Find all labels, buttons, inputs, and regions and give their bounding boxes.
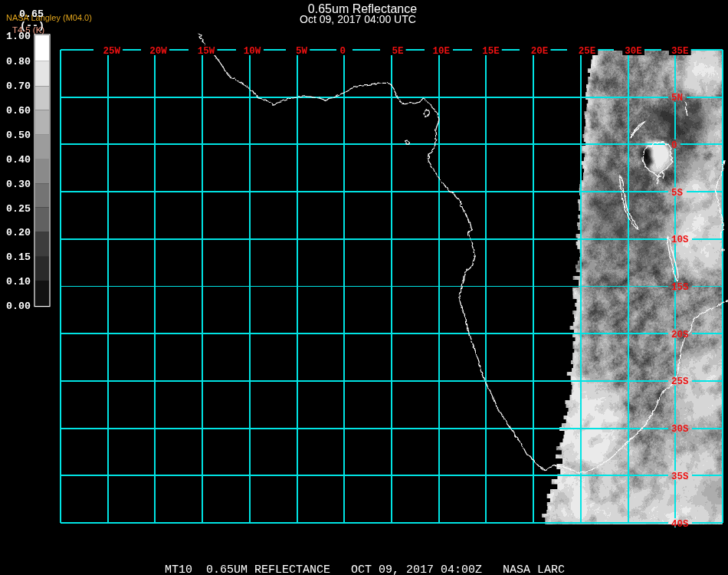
svg-text:1.00: 1.00 [6, 31, 31, 42]
svg-text:5N: 5N [671, 93, 683, 104]
svg-text:15S: 15S [671, 282, 689, 293]
svg-text:25W: 25W [103, 46, 120, 57]
svg-text:15W: 15W [198, 46, 215, 57]
svg-text:35E: 35E [671, 46, 689, 57]
svg-text:MT10 0.65UM REFLECTANCE OCT: MT10 0.65UM REFLECTANCE OCT 09, 2017 04:… [165, 564, 565, 575]
svg-text:5E: 5E [392, 46, 403, 57]
svg-text:0.65: 0.65 [19, 8, 44, 20]
svg-text:0.70: 0.70 [6, 80, 31, 92]
svg-text:5S: 5S [671, 188, 684, 199]
svg-text:0.50: 0.50 [6, 130, 31, 141]
svg-text:25S: 25S [671, 376, 689, 387]
svg-text:0.00: 0.00 [6, 301, 31, 312]
svg-text:25E: 25E [579, 46, 596, 57]
svg-text:0.30: 0.30 [6, 179, 31, 190]
svg-text:0.40: 0.40 [6, 154, 31, 166]
svg-text:15E: 15E [482, 46, 500, 57]
svg-text:30S: 30S [671, 424, 689, 435]
svg-text:30E: 30E [625, 46, 642, 57]
svg-text:10W: 10W [244, 46, 261, 57]
svg-text:20S: 20S [671, 330, 689, 340]
svg-text:0.60: 0.60 [6, 105, 31, 117]
svg-text:0.25: 0.25 [6, 203, 31, 215]
svg-text:0.10: 0.10 [6, 276, 31, 288]
svg-text:Oct 09, 2017 04:00 UTC: Oct 09, 2017 04:00 UTC [300, 13, 416, 25]
svg-text:0: 0 [671, 140, 677, 151]
svg-text:0.80: 0.80 [6, 56, 31, 67]
svg-text:35S: 35S [671, 472, 689, 482]
svg-text:20W: 20W [149, 46, 167, 57]
svg-text:0.15: 0.15 [6, 251, 31, 263]
svg-text:20E: 20E [531, 46, 549, 57]
svg-text:40S: 40S [671, 519, 689, 530]
svg-text:10E: 10E [432, 46, 450, 57]
svg-text:0.20: 0.20 [6, 227, 31, 238]
svg-text:5W: 5W [296, 46, 308, 57]
svg-text:10S: 10S [671, 235, 689, 245]
svg-text:0: 0 [340, 46, 346, 57]
